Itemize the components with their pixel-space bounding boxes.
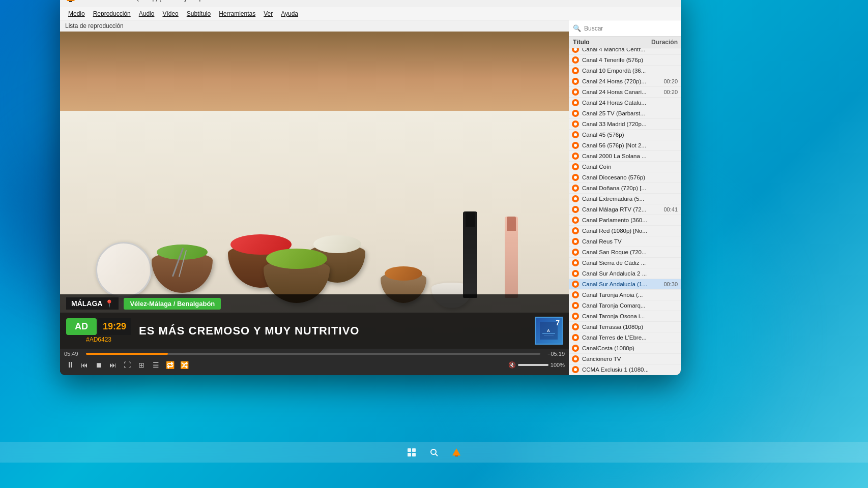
- playlist-item[interactable]: Canal Parlamento (360...: [569, 215, 681, 226]
- playlist-item[interactable]: Canal Taronja Anoia (...: [569, 290, 681, 300]
- menu-medio[interactable]: Medio: [64, 9, 89, 18]
- taskbar-start[interactable]: [401, 443, 422, 462]
- progress-bar-container: 05:49 −05:19: [64, 351, 565, 357]
- prev-button[interactable]: ⏮: [78, 359, 91, 371]
- playlist-item-title: Canal Reus TV: [582, 238, 657, 245]
- playlist-item-icon: [572, 238, 579, 245]
- svg-marker-15: [452, 448, 460, 455]
- fullscreen-button[interactable]: ⛶: [121, 359, 133, 371]
- playlist-item-icon: [572, 259, 579, 266]
- playlist-item[interactable]: Canal 2000 La Solana ...: [569, 151, 681, 162]
- playlist-item-title: Canal Taronja Osona i...: [582, 313, 657, 319]
- playlist-item[interactable]: Canal 24 Horas Canari...00:20: [569, 87, 681, 98]
- minimize-button[interactable]: —: [604, 0, 628, 7]
- stop-button[interactable]: ⏹: [93, 359, 105, 371]
- playlist-item-icon: [572, 152, 579, 160]
- video-player[interactable]: MÁLAGA 📍 Vélez-Málaga / Benalgabón AD 19…: [60, 32, 569, 349]
- playlist-button[interactable]: ☰: [150, 359, 162, 371]
- search-input[interactable]: [584, 25, 677, 32]
- playlist-item[interactable]: Canal 24 Horas Catalu...: [569, 98, 681, 108]
- playlist-item[interactable]: Canal 24 Horas (720p)...00:20: [569, 76, 681, 87]
- playlist-item[interactable]: Canal 10 Empordà (36...: [569, 66, 681, 76]
- menu-video[interactable]: Vídeo: [158, 9, 182, 18]
- menu-ver[interactable]: Ver: [259, 9, 277, 18]
- playlist-item[interactable]: Canal Málaga RTV (72...00:41: [569, 204, 681, 215]
- menu-ayuda[interactable]: Ayuda: [277, 9, 302, 18]
- playlist-item[interactable]: Canal Doñana (720p) [...: [569, 183, 681, 194]
- playlist-item[interactable]: CanalCosta (1080p): [569, 343, 681, 354]
- taskbar: [0, 442, 868, 463]
- playlist-item-title: Canal Taronja Anoia (...: [582, 292, 657, 298]
- playlist-item-icon: [572, 227, 579, 234]
- playlist-item[interactable]: Canal Sur Andalucía 2 ...: [569, 268, 681, 279]
- menu-herramientas[interactable]: Herramientas: [215, 9, 259, 18]
- subtitle-bar: AD 19:29 #AD6423 ES MÁS CREMOSO Y MUY NU…: [60, 313, 569, 349]
- background-wall: [60, 32, 569, 111]
- playlist-item-icon: [572, 313, 579, 320]
- next-button[interactable]: ⏭: [107, 359, 119, 371]
- playlist-item[interactable]: Canal Sur Andalucía (1...00:30: [569, 279, 681, 290]
- playlist-item-title: Canal Taronja Comarq...: [582, 302, 657, 309]
- playlist-item[interactable]: Canal 25 TV (Barbarst...: [569, 108, 681, 119]
- taskbar-search[interactable]: [424, 443, 444, 462]
- menu-audio[interactable]: Audio: [135, 9, 159, 18]
- playlist-item[interactable]: Canal Diocesano (576p): [569, 172, 681, 183]
- playlist-item-duration: 00:30: [657, 281, 678, 287]
- playlist-item-icon: [572, 56, 579, 64]
- menu-reproduccion[interactable]: Reproducción: [89, 9, 135, 18]
- pause-button[interactable]: ⏸: [64, 359, 76, 371]
- volume-track[interactable]: [518, 364, 548, 366]
- playlist-item-title: Canal Diocesano (576p): [582, 174, 657, 180]
- playlist-item[interactable]: Canal Coín: [569, 162, 681, 172]
- menu-subtitulo[interactable]: Subtítulo: [183, 9, 215, 18]
- maximize-button[interactable]: □: [628, 0, 651, 7]
- ad-code: #AD6423: [86, 336, 111, 343]
- playlist-item-icon: [572, 345, 579, 352]
- playlist-item-duration: 00:20: [657, 78, 678, 84]
- playlist-item-icon: [572, 99, 579, 106]
- playlist-item-icon: [572, 291, 579, 298]
- playlist-item[interactable]: Canal Terres de L'Ebre...: [569, 332, 681, 343]
- taskbar-vlc[interactable]: [446, 443, 467, 462]
- playlist-item-title: Canal Sur Andalucía 2 ...: [582, 270, 657, 277]
- playlist-item[interactable]: Canal Terrassa (1080p): [569, 322, 681, 332]
- playlist-item[interactable]: Cancionero TV: [569, 354, 681, 364]
- close-button[interactable]: ✕: [651, 0, 675, 7]
- svg-rect-16: [455, 455, 458, 456]
- volume-icon: 🔇: [508, 361, 516, 369]
- playlist-item[interactable]: Canal Reus TV: [569, 236, 681, 247]
- playlist-item-title: Canal 45 (576p): [582, 132, 657, 138]
- playlist-item[interactable]: Canal Extremadura (5...: [569, 194, 681, 204]
- loop-button[interactable]: 🔁: [164, 359, 176, 371]
- ad-group: AD 19:29 #AD6423: [66, 318, 131, 343]
- volume-section: 🔇 100%: [508, 361, 565, 369]
- playlist-item[interactable]: CCMA Exclusiu 1 (1080...: [569, 364, 681, 375]
- playlist-item[interactable]: Canal Taronja Osona i...: [569, 311, 681, 322]
- menu-bar: Medio Reproducción Audio Vídeo Subtítulo…: [60, 7, 681, 20]
- progress-track[interactable]: [86, 353, 540, 355]
- playlist-item[interactable]: Canal 4 Mancha Centr...: [569, 48, 681, 55]
- time-current: 05:49: [64, 351, 82, 357]
- svg-rect-7: [542, 333, 555, 334]
- random-button[interactable]: 🔀: [178, 359, 190, 371]
- playlist-item-icon: [572, 67, 579, 74]
- playlist-item[interactable]: Canal San Roque (720...: [569, 247, 681, 258]
- playlist-item[interactable]: Canal Sierra de Cádiz ...: [569, 258, 681, 268]
- playlist-item[interactable]: Canal 33 Madrid (720p...: [569, 119, 681, 130]
- playlist-header: Título Duración: [569, 37, 681, 48]
- playlist-item[interactable]: Canal 4 Tenerife (576p): [569, 55, 681, 66]
- extended-button[interactable]: ⊞: [135, 359, 148, 371]
- playlist-item[interactable]: Canal Taronja Comarq...: [569, 300, 681, 311]
- subtitle-text: ES MÁS CREMOSO Y MUY NUTRITIVO: [139, 324, 527, 338]
- playlist-item-icon: [572, 142, 579, 149]
- playlist-item[interactable]: Canal 45 (576p): [569, 130, 681, 140]
- playlist-item[interactable]: Canal Red (1080p) [No...: [569, 226, 681, 236]
- playlist-item-title: Cancionero TV: [582, 356, 657, 362]
- window-title: Canal Sur Andalucía (1080p) [Not 24/7] -…: [79, 0, 604, 2]
- playlist-item-title: Canal Red (1080p) [No...: [582, 228, 657, 234]
- playlist-item-title: Canal 4 Tenerife (576p): [582, 57, 657, 63]
- title-bar: Canal Sur Andalucía (1080p) [Not 24/7] -…: [60, 0, 681, 7]
- playlist-item-icon: [572, 217, 579, 224]
- playlist-item-icon: [572, 131, 579, 138]
- playlist-item[interactable]: Canal 56 (576p) [Not 2...: [569, 140, 681, 151]
